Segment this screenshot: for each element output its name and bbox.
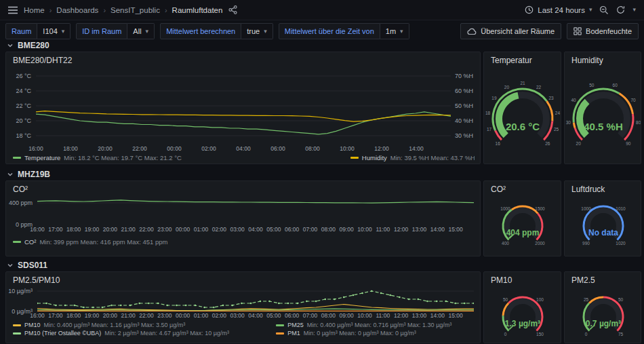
legend-swatch: [276, 332, 284, 335]
gauge-value: 404 ppm: [506, 228, 540, 237]
button-label: Bodenfeuchte: [586, 27, 632, 35]
legend-item[interactable]: PM1Min: 0 µg/m³ Mean: 0 µg/m³ Max: 0 µg/…: [276, 330, 458, 337]
refresh-interval-dropdown[interactable]: ▾: [632, 7, 636, 13]
section-header-bme280[interactable]: BME280: [7, 41, 49, 50]
chevron-down-icon: ▾: [146, 28, 149, 35]
variable-value-dropdown[interactable]: I104 ▾: [37, 23, 71, 39]
co2-gauge: 400100015002000404 ppm: [484, 196, 561, 252]
legend-swatch: [13, 241, 21, 243]
variable-value-dropdown[interactable]: 1m ▾: [380, 23, 409, 39]
panel-gauge-humidity: Humidity 203040506070809040.5 %H: [564, 52, 641, 164]
variable-value: 1m: [386, 27, 396, 35]
y-axis-label: 26 °C: [6, 73, 31, 79]
svg-text:24: 24: [555, 111, 561, 115]
legend-item[interactable]: PM10 (Trier Ostallee ©UBA)Min: 2 µg/m³ M…: [13, 330, 260, 337]
x-axis-label: 02:00: [197, 145, 220, 152]
y2-axis-label: 40 %H: [455, 117, 473, 124]
chevron-down-icon: [7, 262, 14, 269]
legend-item[interactable]: PM10Min: 0.400 µg/m³ Mean: 1.16 µg/m³ Ma…: [13, 322, 260, 328]
gauge-value: No data: [588, 228, 618, 237]
legend-series-name: PM1: [287, 330, 300, 337]
legend-series-stats: Min: 18.2 °C Mean: 19.7 °C Max: 21.2 °C: [64, 154, 182, 161]
svg-text:50: 50: [618, 297, 624, 302]
legend-swatch: [276, 324, 284, 326]
svg-text:1020: 1020: [616, 241, 626, 246]
co2-time-series-plot[interactable]: [37, 197, 474, 225]
dashboard-controls: Raum I104 ▾ ID im Raum All ▾ Mittelwert …: [5, 22, 639, 40]
apps-grid-icon: [573, 27, 582, 35]
pm-time-series-plot[interactable]: [37, 287, 474, 311]
svg-text:19: 19: [491, 96, 497, 100]
chevron-down-icon: [7, 42, 14, 49]
svg-text:18: 18: [485, 111, 491, 115]
chart-legend: PM10Min: 0.400 µg/m³ Mean: 1.16 µg/m³ Ma…: [13, 321, 475, 337]
top-nav: Home › Dashboards › SensIT_public › Raum…: [0, 0, 644, 20]
svg-text:100: 100: [536, 297, 544, 302]
svg-text:80: 80: [636, 120, 641, 125]
variable-value-dropdown[interactable]: All ▾: [127, 23, 155, 39]
breadcrumb-folder[interactable]: SensIT_public: [110, 6, 160, 14]
legend-series-name: Temperature: [24, 154, 60, 161]
section-title: BME280: [18, 41, 49, 50]
variable-label: Raum: [5, 23, 37, 39]
uebersicht-aller-raeume-button[interactable]: Übersicht aller Räume: [460, 23, 561, 39]
svg-text:150: 150: [536, 332, 544, 337]
panel-title[interactable]: Temperatur: [491, 56, 532, 65]
svg-text:1000: 1000: [500, 206, 510, 211]
humidity-gauge: 203040506070809040.5 %H: [565, 70, 641, 162]
panel-gauge-pm25: PM2.5 02550750.7 µg/m³: [564, 271, 641, 343]
variable-value-dropdown[interactable]: true ▾: [241, 23, 273, 39]
refresh-icon[interactable]: [616, 5, 625, 14]
x-axis-label: 10:00: [336, 145, 359, 152]
legend-series-stats: Min: 0.400 µg/m³ Mean: 1.16 µg/m³ Max: 3…: [44, 322, 186, 328]
time-range-picker[interactable]: Last 24 hours ▾: [525, 5, 592, 14]
panel-title[interactable]: PM10: [491, 275, 512, 285]
section-header-sds011[interactable]: SDS011: [7, 261, 47, 270]
breadcrumb-home[interactable]: Home: [24, 6, 45, 14]
legend-item[interactable]: CO²Min: 399 ppm Mean: 416 ppm Max: 451 p…: [13, 238, 167, 246]
variable-raum: Raum I104 ▾: [5, 23, 71, 39]
luftdruck-gauge: 990100010101020No data: [565, 196, 641, 252]
section-header-mhz19b[interactable]: MHZ19B: [7, 170, 50, 179]
svg-text:50: 50: [503, 297, 508, 302]
legend-series-name: PM10: [24, 322, 41, 328]
legend-item[interactable]: HumidityMin: 39.5 %H Mean: 43.7 %H Max: …: [350, 154, 475, 161]
variable-mittelwert-zeit: Mittelwert über die Zeit von 1m ▾: [279, 23, 409, 39]
panel-title[interactable]: PM2.5/PM10: [13, 275, 60, 285]
svg-text:20: 20: [504, 85, 510, 90]
panel-title[interactable]: CO²: [13, 185, 28, 194]
breadcrumb-separator: ›: [49, 6, 52, 14]
y-axis-label: 18 °C: [6, 132, 31, 139]
legend-series-name: Humidity: [362, 154, 387, 161]
legend-item[interactable]: PM25Min: 0.400 µg/m³ Mean: 0.716 µg/m³ M…: [276, 322, 458, 328]
svg-text:70: 70: [630, 98, 636, 102]
legend-series-name: CO²: [24, 238, 36, 246]
button-label: Übersicht aller Räume: [481, 27, 555, 35]
bme-time-series-plot[interactable]: [36, 69, 451, 143]
variable-value: All: [133, 27, 141, 35]
svg-text:1000: 1000: [581, 206, 591, 211]
x-axis-label: 12:00: [370, 145, 393, 152]
variable-id-im-raum: ID im Raum All ▾: [76, 23, 155, 39]
svg-text:75: 75: [618, 332, 624, 337]
panel-title[interactable]: Humidity: [571, 56, 603, 65]
panel-title[interactable]: PM2.5: [571, 275, 595, 285]
svg-text:30: 30: [566, 120, 571, 125]
panel-title[interactable]: Luftdruck: [571, 185, 605, 194]
menu-icon[interactable]: [8, 6, 18, 14]
panel-title[interactable]: BME280/DHT22: [13, 56, 72, 65]
share-icon[interactable]: [228, 5, 237, 14]
bodenfeuchte-button[interactable]: Bodenfeuchte: [567, 23, 639, 39]
breadcrumb-dashboards[interactable]: Dashboards: [56, 6, 98, 14]
temperatur-gauge: 161718192021222324252620.6 °C: [484, 70, 561, 162]
nav-actions: Last 24 hours ▾ ▾: [525, 5, 636, 15]
zoom-out-icon[interactable]: [599, 5, 609, 15]
panel-co2-chart: CO² 400 ppm0 ppm16:0017:0018:0019:0020:0…: [5, 180, 481, 256]
x-axis-label: 08:00: [301, 145, 324, 152]
gauge-value: 20.6 °C: [506, 121, 540, 132]
svg-text:0: 0: [504, 332, 507, 337]
breadcrumb-separator: ›: [165, 6, 167, 14]
panel-title[interactable]: CO²: [491, 185, 506, 194]
svg-text:0: 0: [585, 332, 588, 337]
legend-item[interactable]: TemperatureMin: 18.2 °C Mean: 19.7 °C Ma…: [13, 154, 182, 161]
